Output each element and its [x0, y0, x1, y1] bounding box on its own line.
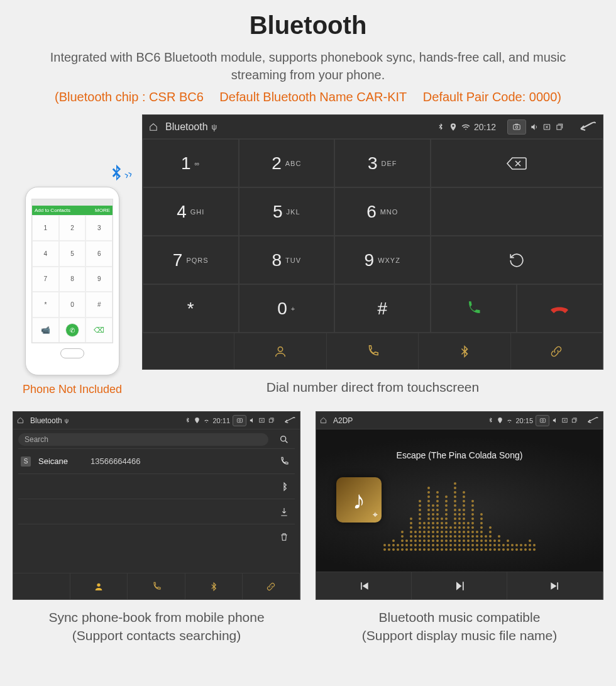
svg-rect-14 — [572, 419, 576, 423]
status-bar: Bluetooth ψ 20:12 — [143, 115, 603, 139]
phone-key: 8 — [59, 267, 86, 292]
phone-key: ⌫ — [85, 318, 113, 343]
spec-line: (Bluetooth chip : CSR BC6 Default Blueto… — [13, 90, 603, 104]
dialer-caption: Dial number direct from touchscreen — [142, 379, 603, 396]
phone-frame: Add to Contacts MORE 123456789*0#📹✆⌫ — [25, 187, 119, 375]
call-contact-icon[interactable] — [273, 456, 295, 467]
nav-call-log[interactable] — [128, 573, 185, 599]
play-pause-button[interactable] — [412, 572, 507, 599]
dial-key-9[interactable]: 9WXYZ — [334, 236, 431, 284]
phone-mockup: ›› Add to Contacts MORE 123456789*0#📹✆⌫ … — [13, 168, 132, 396]
nav-pair[interactable] — [511, 333, 603, 369]
back-button[interactable] — [283, 417, 296, 424]
dial-key-7[interactable]: 7PQRS — [143, 236, 239, 284]
back-button[interactable] — [579, 121, 597, 133]
dial-key-6[interactable]: 6MNO — [334, 187, 431, 236]
call-button[interactable] — [431, 284, 517, 333]
page-title: Bluetooth — [13, 11, 603, 40]
screenshot-button[interactable] — [536, 415, 549, 426]
backspace-button[interactable] — [431, 139, 603, 187]
equalizer-visual — [383, 482, 536, 551]
a2dp-caption: Bluetooth music compatible (Support disp… — [316, 609, 603, 645]
next-track-button[interactable] — [507, 572, 603, 599]
bottom-nav — [143, 333, 603, 369]
nav-call-log[interactable] — [327, 333, 419, 369]
dial-key-1[interactable]: 1∞ — [143, 139, 239, 187]
close-app-button[interactable] — [258, 417, 265, 424]
dial-key-0[interactable]: 0+ — [239, 284, 335, 333]
volume-button[interactable] — [552, 417, 559, 424]
volume-button[interactable] — [249, 417, 256, 424]
nav-dialpad[interactable] — [143, 333, 234, 369]
svg-point-1 — [515, 126, 518, 128]
recent-apps-button[interactable] — [571, 417, 578, 424]
phonebook-caption: Sync phone-book from mobile phone (Suppo… — [13, 609, 300, 645]
dial-key-2[interactable]: 2ABC — [239, 139, 335, 187]
bluetooth-icon[interactable] — [273, 482, 295, 492]
pb-app-title: Bluetooth — [30, 416, 62, 425]
close-app-button[interactable] — [542, 123, 551, 131]
clock-time: 20:11 — [212, 417, 230, 424]
head-unit-dialer: Bluetooth ψ 20:12 — [142, 114, 603, 370]
screenshot-button[interactable] — [507, 119, 526, 135]
phone-key: 1 — [32, 215, 59, 241]
a2dp-controls — [316, 572, 603, 599]
dial-key-3[interactable]: 3DEF — [334, 139, 431, 187]
song-title: Escape (The Pina Colada Song) — [397, 450, 523, 460]
nav-dialpad[interactable] — [13, 573, 70, 599]
phone-key: 6 — [85, 241, 113, 267]
svg-point-9 — [281, 436, 286, 441]
phone-key: ✆ — [59, 318, 86, 343]
phone-key: 9 — [85, 267, 113, 292]
prev-track-button[interactable] — [316, 572, 412, 599]
phone-key: * — [32, 292, 59, 318]
dial-key-*[interactable]: * — [143, 284, 239, 333]
nav-pair[interactable] — [243, 573, 300, 599]
svg-rect-5 — [237, 419, 242, 423]
screenshot-button[interactable] — [233, 415, 246, 426]
search-icon[interactable] — [273, 434, 295, 445]
hangup-button[interactable] — [517, 284, 603, 333]
a2dp-app-title: A2DP — [333, 416, 353, 425]
home-icon[interactable] — [149, 123, 158, 131]
bluetooth-status-icon — [436, 123, 445, 131]
phone-key: # — [85, 292, 113, 318]
home-icon[interactable] — [320, 417, 327, 424]
gps-icon — [194, 417, 201, 424]
nav-bluetooth[interactable] — [185, 573, 243, 599]
phone-key: 2 — [59, 215, 86, 241]
bluetooth-overlay-icon: ⌖ — [373, 509, 378, 520]
nav-bluetooth[interactable] — [419, 333, 510, 369]
phone-key: 0 — [59, 292, 86, 318]
wifi-icon — [506, 417, 513, 424]
nav-contacts[interactable] — [70, 573, 128, 599]
download-icon[interactable] — [273, 507, 295, 517]
dial-key-4[interactable]: 4GHI — [143, 187, 239, 236]
home-icon[interactable] — [17, 417, 24, 424]
spec-name: Default Bluetooth Name CAR-KIT — [219, 90, 407, 104]
close-app-button[interactable] — [561, 417, 568, 424]
phone-key: 5 — [59, 241, 86, 267]
dial-key-5[interactable]: 5JKL — [239, 187, 335, 236]
delete-icon[interactable] — [273, 532, 295, 542]
wifi-icon — [461, 123, 470, 131]
history-button[interactable] — [431, 236, 603, 284]
dial-key-#[interactable]: # — [334, 284, 431, 333]
head-unit-phonebook: Bluetooth ψ 20:11 Search — [13, 411, 300, 600]
recent-apps-button[interactable] — [555, 123, 564, 131]
recent-apps-button[interactable] — [268, 417, 275, 424]
contact-name: Seicane — [38, 456, 68, 466]
volume-button[interactable] — [530, 123, 539, 131]
dial-key-8[interactable]: 8TUV — [239, 236, 335, 284]
svg-rect-8 — [269, 419, 273, 423]
phone-add-contacts-label: Add to Contacts — [35, 207, 70, 213]
back-button[interactable] — [586, 417, 599, 424]
nav-contacts[interactable] — [234, 333, 326, 369]
svg-point-10 — [97, 584, 101, 587]
clock-time: 20:15 — [515, 417, 533, 424]
usb-icon: ψ — [65, 418, 69, 424]
clock-time: 20:12 — [474, 122, 496, 132]
contact-row[interactable]: S Seicane 13566664466 — [18, 456, 273, 467]
search-input[interactable]: Search — [18, 433, 268, 446]
a2dp-status-bar: A2DP 20:15 — [316, 412, 603, 429]
